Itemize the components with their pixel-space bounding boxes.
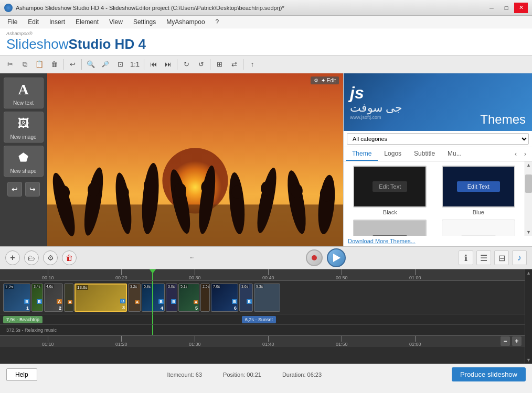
title-bar: Ashampoo Slideshow Studio HD 4 - Slidesh… — [0, 0, 532, 16]
maximize-button[interactable]: □ — [499, 3, 513, 13]
categories-select[interactable]: All categories — [347, 133, 529, 145]
scroll-down[interactable]: ▼ — [525, 228, 532, 236]
clip-settings-button[interactable]: ⚙ — [43, 250, 58, 265]
clip-duration-13: 9,3s — [256, 285, 263, 288]
toolbar-next-frame[interactable]: ⏭ — [161, 58, 175, 71]
toolbar-undo[interactable]: ↩ — [66, 58, 79, 71]
redo-tool[interactable]: ↪ — [25, 182, 40, 196]
toolbar-paste[interactable]: 📋 — [33, 58, 46, 71]
track-sunset[interactable]: 6,2s - Sunset — [242, 316, 276, 323]
new-image-label: New image — [10, 134, 36, 140]
menu-element[interactable]: Element — [70, 17, 104, 27]
theme-item-white[interactable]: Edit Text White — [437, 220, 521, 236]
toolbar-cut[interactable]: ✂ — [3, 58, 17, 71]
toolbar-rotate-ccw[interactable]: ↺ — [194, 58, 208, 71]
delete-clip-button[interactable]: 🗑 — [62, 250, 77, 265]
ruler-tick-b4 — [268, 335, 269, 342]
toolbar-copy[interactable]: ⧉ — [18, 58, 31, 71]
clip-12a[interactable]: 3,6s B — [239, 283, 253, 312]
clip-4a[interactable]: A — [64, 283, 73, 312]
clip-7[interactable]: 5,8s 4 B — [142, 283, 165, 312]
menu-settings[interactable]: Settings — [128, 17, 161, 27]
download-themes-link[interactable]: Download More Themes... — [344, 236, 532, 246]
toolbar-align[interactable]: ⊞ — [212, 58, 226, 71]
beach-scene-svg — [47, 73, 343, 246]
undo-tool[interactable]: ↩ — [7, 182, 22, 196]
clip-8a[interactable]: 3,0s B — [166, 283, 177, 312]
ruler-tick — [415, 269, 416, 275]
storyboard-button[interactable]: ⊟ — [494, 250, 509, 265]
playhead[interactable] — [152, 269, 153, 280]
theme-name-blue: Blue — [473, 209, 484, 215]
new-shape-button[interactable]: ⬟ New shape — [4, 146, 44, 177]
zoom-plus[interactable]: + — [512, 336, 522, 346]
menu-insert[interactable]: Insert — [44, 17, 70, 27]
menu-help[interactable]: ? — [210, 17, 225, 27]
zoom-minus[interactable]: − — [501, 336, 510, 346]
menu-file[interactable]: File — [2, 17, 23, 27]
theme-item-black[interactable]: Edit Text Black — [348, 166, 432, 215]
tab-subtitle[interactable]: Subtitle — [408, 147, 441, 161]
menu-view[interactable]: View — [104, 17, 128, 27]
clip-1[interactable]: 7,2s 1 B — [3, 283, 30, 312]
ruler-tick — [121, 269, 122, 275]
tab-music[interactable]: Mu... — [441, 147, 468, 161]
toolbar-up[interactable]: ↑ — [246, 58, 259, 71]
tab-theme[interactable]: Theme — [346, 147, 378, 161]
add-clip-button[interactable]: + — [5, 250, 20, 265]
minimize-button[interactable]: ─ — [485, 3, 498, 13]
clip-13[interactable]: 9,3s — [254, 283, 280, 312]
clip-10a[interactable]: 2,5s — [200, 283, 210, 312]
toolbar-zoom-out[interactable]: 🔎 — [99, 58, 112, 71]
play-button[interactable] — [327, 248, 346, 267]
ruler-tick-b1 — [48, 335, 48, 342]
clip-num-5: 3 — [122, 305, 125, 310]
position: Position: 00:21 — [223, 372, 261, 378]
ruler-mark-0150: 01:50 — [336, 335, 348, 347]
toolbar-delete[interactable]: 🗑 — [47, 58, 61, 71]
toolbar-zoom-100[interactable]: 1:1 — [128, 58, 142, 71]
menu-edit[interactable]: Edit — [23, 17, 44, 27]
track-beachtrip[interactable]: 7,9s - Beachtrip — [3, 316, 42, 323]
tabs-next[interactable]: › — [520, 149, 530, 159]
window-title: Ashampoo Slideshow Studio HD 4 - Slidesh… — [16, 5, 284, 11]
js-logo: js — [350, 84, 402, 101]
toolbar-zoom-fit[interactable]: ⊡ — [113, 58, 127, 71]
clip-3[interactable]: 4,6s 2 A — [44, 283, 63, 312]
toolbar-flip[interactable]: ⇄ — [227, 58, 241, 71]
toolbar-zoom-in[interactable]: 🔍 — [84, 58, 98, 71]
close-button[interactable]: ✕ — [514, 3, 528, 13]
music-button[interactable]: ♪ — [512, 250, 527, 265]
left-panel: A New text 🖼 New image ⬟ New shape ↩ ↪ — [0, 73, 47, 246]
toolbar-prev-frame[interactable]: ⏮ — [146, 58, 160, 71]
ruler-tick — [195, 269, 195, 275]
tabs-prev[interactable]: ‹ — [511, 149, 520, 159]
clip-9[interactable]: 5,1s 5 A — [178, 283, 199, 312]
clip-11[interactable]: 7,0s 6 B — [211, 283, 238, 312]
timeline-drag-handle[interactable]: ··· — [189, 253, 193, 263]
vscroll-up[interactable]: ▲ — [525, 269, 532, 277]
theme-item-grey[interactable]: Edit Text Grey — [348, 220, 432, 236]
panel-tools: ↩ ↪ — [7, 182, 40, 196]
edit-badge[interactable]: ⚙ ✦ Edit — [311, 77, 339, 84]
list-button[interactable]: ☰ — [476, 250, 491, 265]
clip-2a[interactable]: 3,4s B — [31, 283, 43, 312]
new-image-button[interactable]: 🖼 New image — [4, 112, 44, 143]
record-button[interactable] — [306, 249, 323, 266]
ruler-mark-0040: 00:40 — [262, 269, 274, 280]
produce-slideshow-button[interactable]: Produce slideshow — [452, 367, 526, 381]
tab-logos[interactable]: Logos — [378, 147, 408, 161]
menu-myashampoo[interactable]: MyAshampoo — [161, 17, 210, 27]
info-button[interactable]: ℹ — [459, 250, 473, 265]
new-text-button[interactable]: A New text — [4, 78, 44, 108]
clip-6a[interactable]: 3,2s A — [128, 283, 141, 312]
vscroll-down[interactable]: ▼ — [525, 356, 532, 364]
help-button[interactable]: Help — [6, 368, 37, 381]
clip-5-selected[interactable]: 13,6s 3 B — [75, 283, 127, 312]
scroll-thumb[interactable] — [525, 174, 532, 192]
timeline-controls-bar: + 🗁 ⚙ 🗑 ··· ℹ ☰ ⊟ ♪ — [0, 246, 532, 269]
scroll-up[interactable]: ▲ — [525, 161, 532, 169]
theme-item-blue[interactable]: Edit Text Blue — [437, 166, 521, 215]
add-photo-button[interactable]: 🗁 — [24, 250, 39, 265]
toolbar-rotate-cw[interactable]: ↻ — [179, 58, 193, 71]
